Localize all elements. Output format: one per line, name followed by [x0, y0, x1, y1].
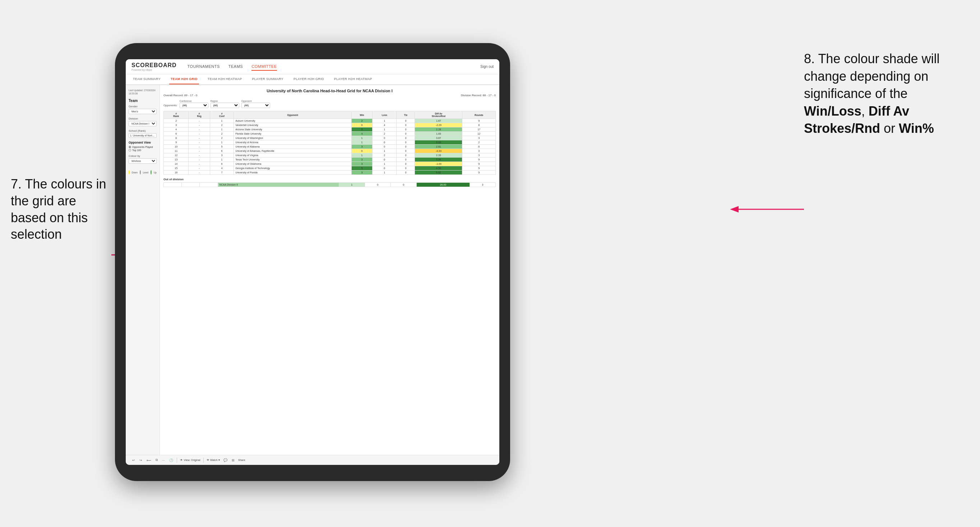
cell-opponent: University of Arizona [234, 140, 352, 144]
sidebar-timestamp: Last Updated: 27/03/2024 16:55:38 [129, 89, 157, 95]
legend-label-down: Down [132, 171, 138, 174]
radio-opponents-played[interactable]: Opponents Played [129, 146, 157, 148]
watch-button[interactable]: 👁 Watch ▾ [207, 459, 220, 462]
cell-loss: 2 [372, 132, 396, 136]
ood-win: 1 [339, 183, 364, 187]
cell-reg: - [189, 123, 210, 127]
conference-label: Conference [180, 100, 208, 102]
toolbar-redo[interactable]: ↪ [138, 458, 143, 463]
cell-diff: 6.62 [415, 170, 462, 175]
cell-rounds: 12 [462, 132, 496, 136]
cell-tie: 0 [396, 157, 415, 162]
cell-opponent: Vanderbilt University [234, 123, 352, 127]
sub-nav-team-h2h-heatmap[interactable]: TEAM H2H HEATMAP [206, 74, 243, 84]
toolbar-comment[interactable]: 💬 [223, 458, 228, 463]
sub-nav-player-h2h-grid[interactable]: PLAYER H2H GRID [292, 74, 326, 84]
legend-label-up: Up [154, 171, 157, 174]
cell-rounds: 3 [462, 153, 496, 157]
toolbar-divider-1 [177, 458, 177, 463]
sub-nav-team-summary[interactable]: TEAM SUMMARY [132, 74, 162, 84]
cell-rank: 4 [164, 127, 189, 132]
cell-opponent: University of Florida [234, 170, 352, 175]
cell-rounds: 2 [462, 140, 496, 144]
cell-win: 1 [352, 153, 372, 157]
cell-diff: 2.61 [415, 144, 462, 149]
cell-conf: 2 [210, 132, 234, 136]
cell-conf: 1 [210, 127, 234, 132]
ood-rank [164, 183, 182, 187]
toolbar-grid[interactable]: ⊞ [231, 458, 235, 463]
annotation-left: 7. The colours in the grid are based on … [11, 176, 115, 243]
toolbar-undo[interactable]: ↩ [132, 458, 136, 463]
sub-nav-player-summary[interactable]: PLAYER SUMMARY [251, 74, 285, 84]
annotation-right: 8. The colour shade will change dependin… [804, 50, 969, 138]
cell-conf: 1 [210, 119, 234, 123]
table-row: 10 - 5 University of Alabama 3 0 0 2.61 … [164, 144, 496, 149]
cell-loss: 1 [372, 127, 396, 132]
cell-diff: 5.56 [415, 157, 462, 162]
cell-loss: 0 [372, 166, 396, 170]
toolbar-copy[interactable]: ⧉ [155, 457, 158, 463]
colour-by-select[interactable]: Win/loss [129, 158, 157, 164]
cell-rank: 14 [164, 162, 189, 166]
cell-rank: 2 [164, 119, 189, 123]
view-label: 👁 View: Original [180, 459, 200, 462]
sign-out-button[interactable]: Sign out [480, 65, 493, 68]
cell-opponent: University of Arkansas, Fayetteville [234, 149, 352, 153]
tablet-screen: SCOREBOARD Powered by clippd TOURNAMENTS… [126, 59, 500, 465]
gender-select[interactable]: Men's [129, 109, 157, 114]
col-win: Win [352, 111, 372, 119]
logo-powered: Powered by clippd [132, 68, 177, 71]
cell-reg: - [189, 140, 210, 144]
nav-tournaments[interactable]: TOURNAMENTS [188, 63, 220, 71]
sub-nav-player-h2h-heatmap[interactable]: PLAYER H2H HEATMAP [332, 74, 374, 84]
cell-win: 2 [352, 119, 372, 123]
cell-diff: -4.33 [415, 149, 462, 153]
radio-dot-top100 [129, 149, 131, 151]
col-diff: Diff AvStrokes/Rnd [415, 111, 462, 119]
cell-rank: 9 [164, 140, 189, 144]
opponent-view-title: Opponent View [129, 141, 157, 144]
nav-teams[interactable]: TEAMS [229, 63, 243, 71]
col-reg: #Reg [189, 111, 210, 119]
table-row: 8 - 2 University of Washington 1 0 0 3.6… [164, 136, 496, 140]
cell-conf: 2 [210, 123, 234, 127]
cell-reg: - [189, 119, 210, 123]
table-row: 11 - 6 University of Arkansas, Fayettevi… [164, 149, 496, 153]
nav-committee[interactable]: COMMITTEE [251, 63, 277, 71]
cell-rounds: 8 [462, 144, 496, 149]
cell-rounds: 3 [462, 136, 496, 140]
share-button[interactable]: Share [238, 459, 245, 462]
region-select[interactable]: (All) [210, 103, 239, 108]
cell-diff: -1.00 [415, 162, 462, 166]
cell-reg: - [189, 132, 210, 136]
filter-region: Region (All) [210, 100, 239, 108]
cell-win: 0 [352, 149, 372, 153]
opponent-label: Opponent [242, 100, 270, 102]
cell-rank: 10 [164, 144, 189, 149]
division-select[interactable]: NCAA Division I [129, 121, 157, 126]
sub-nav-team-h2h-grid[interactable]: TEAM H2H GRID [169, 74, 199, 84]
cell-conf: 1 [210, 140, 234, 144]
school-value: 1. University of Nort... [129, 133, 157, 138]
cell-tie: 0 [396, 144, 415, 149]
cell-reg: - [189, 170, 210, 175]
cell-win: 4 [352, 132, 372, 136]
cell-loss: 0 [372, 157, 396, 162]
cell-loss: 0 [372, 140, 396, 144]
table-row: 15 - 4 Georgia Institute of Technology 5… [164, 166, 496, 170]
opponent-select[interactable]: (All) [242, 103, 270, 108]
conference-select[interactable]: (All) [180, 103, 208, 108]
sidebar-team-label: Team [129, 99, 157, 103]
cell-diff: 9.00 [415, 140, 462, 144]
col-rank: #Rank [164, 111, 189, 119]
cell-loss: 1 [372, 162, 396, 166]
radio-top100[interactable]: Top 100 [129, 149, 157, 151]
toolbar-clock[interactable]: 🕐 [169, 458, 174, 463]
toolbar-back[interactable]: ⟵ [146, 458, 152, 463]
toolbar-more[interactable]: ··· [161, 458, 165, 463]
ood-loss: 0 [364, 183, 390, 187]
cell-conf: 7 [210, 170, 234, 175]
cell-reg: - [189, 153, 210, 157]
cell-diff: 3.67 [415, 136, 462, 140]
